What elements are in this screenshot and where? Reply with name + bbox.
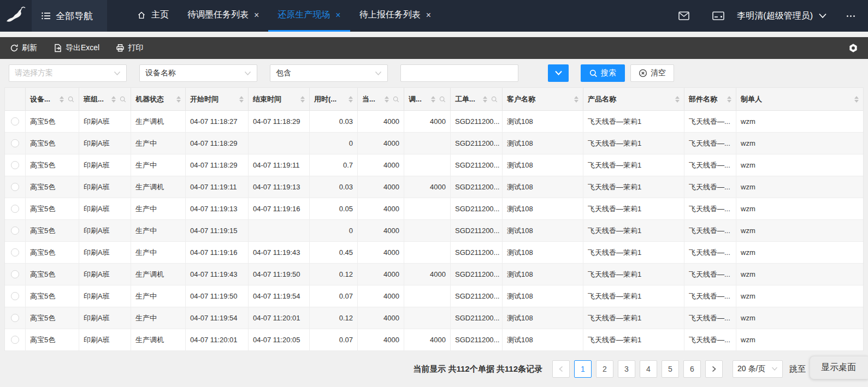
table-row[interactable]: 高宝5色印刷A班生产中04-07 11:19:5004-07 11:19:540…	[5, 285, 863, 307]
sort-icon[interactable]	[60, 96, 64, 103]
tab-home[interactable]: 主页	[128, 0, 178, 32]
header-label: 开始时间	[190, 94, 219, 104]
sort-icon[interactable]	[349, 96, 353, 103]
topbar-right-area: 李明清(超级管理员)	[667, 0, 868, 32]
header-cell-device[interactable]: 设备...	[26, 88, 79, 110]
row-radio[interactable]	[11, 227, 19, 235]
expand-filters-button[interactable]	[548, 64, 569, 82]
header-cell-maker[interactable]: 制单人	[736, 88, 863, 110]
mail-icon[interactable]	[667, 0, 701, 32]
header-label: 设备...	[30, 94, 50, 104]
header-icons	[431, 96, 446, 103]
header-cell-start[interactable]: 开始时间	[186, 88, 249, 110]
page-button-2[interactable]: 2	[596, 360, 613, 378]
page-button-4[interactable]: 4	[640, 360, 657, 378]
header-cell-current[interactable]: 当...	[358, 88, 404, 110]
header-cell-part[interactable]: 部件名称	[684, 88, 736, 110]
message-panel-icon[interactable]	[701, 0, 736, 32]
all-navigation-button[interactable]: 全部导航	[32, 0, 107, 32]
table-row[interactable]: 高宝5色印刷A班生产中04-07 11:18:2904-07 11:19:110…	[5, 154, 863, 176]
row-radio[interactable]	[11, 270, 19, 278]
more-icon[interactable]	[846, 12, 856, 20]
row-radio[interactable]	[11, 314, 19, 322]
table-row[interactable]: 高宝5色印刷A班生产调机04-07 11:19:4304-07 11:19:50…	[5, 264, 863, 285]
column-search-icon[interactable]	[120, 96, 126, 103]
sort-icon[interactable]	[727, 96, 731, 103]
keyword-input[interactable]	[400, 64, 518, 82]
sort-icon[interactable]	[483, 96, 487, 103]
cell-maker: wzm	[736, 285, 863, 307]
user-menu[interactable]: 李明清(超级管理员)	[737, 10, 827, 22]
refresh-button[interactable]: 刷新	[10, 43, 37, 53]
header-icons	[176, 96, 181, 103]
row-radio[interactable]	[11, 117, 19, 126]
tab-pending-ink-tasks[interactable]: 待调墨任务列表 ×	[178, 0, 268, 32]
sort-icon[interactable]	[111, 96, 116, 103]
table-row[interactable]: 高宝5色印刷A班生产中04-07 11:19:1504000SGD211200.…	[5, 220, 863, 242]
header-cell-hours[interactable]: 用时(...	[310, 88, 358, 110]
table-row[interactable]: 高宝5色印刷A班生产中04-07 11:19:5404-07 11:20:010…	[5, 307, 863, 329]
header-cell-adjust[interactable]: 调...	[404, 88, 451, 110]
column-search-icon[interactable]	[439, 96, 446, 103]
tab-close-icon[interactable]: ×	[426, 11, 431, 20]
clear-button[interactable]: 清空	[630, 64, 674, 82]
sort-icon[interactable]	[431, 96, 435, 103]
record-summary: 当前显示 共112个单据 共112条记录	[413, 364, 542, 374]
tab-restore-production-active[interactable]: 还原生产现场 ×	[268, 0, 350, 32]
row-radio[interactable]	[11, 248, 19, 257]
tab-pending-report-tasks[interactable]: 待上报任务列表 ×	[350, 0, 440, 32]
page-size-value: 20 条/页	[737, 364, 771, 374]
sort-icon[interactable]	[385, 96, 389, 103]
page-button-1[interactable]: 1	[574, 360, 592, 378]
search-button[interactable]: 搜索	[581, 64, 625, 82]
cell-team: 印刷A班	[79, 285, 131, 307]
show-desktop-button[interactable]: 显示桌面	[810, 356, 868, 379]
sort-icon[interactable]	[300, 96, 305, 103]
header-cell-team[interactable]: 班组...	[79, 88, 131, 110]
table-row[interactable]: 高宝5色印刷A班生产调机04-07 11:18:2704-07 11:18:29…	[5, 111, 863, 133]
cell-sel	[5, 154, 26, 176]
sort-icon[interactable]	[239, 96, 244, 103]
page-button-3[interactable]: 3	[618, 360, 635, 378]
table-row[interactable]: 高宝5色印刷A班生产中04-07 11:19:1304-07 11:19:160…	[5, 198, 863, 220]
row-radio[interactable]	[11, 139, 19, 147]
header-icons	[239, 96, 244, 103]
row-radio[interactable]	[11, 161, 19, 169]
row-radio[interactable]	[11, 205, 19, 213]
print-button[interactable]: 打印	[116, 43, 143, 53]
page-button-6[interactable]: 6	[683, 360, 701, 378]
sort-icon[interactable]	[854, 96, 859, 103]
table-row[interactable]: 高宝5色印刷A班生产中04-07 11:19:1604-07 11:19:430…	[5, 242, 863, 264]
header-label: 机器状态	[135, 94, 164, 104]
page-size-select[interactable]: 20 条/页	[733, 360, 783, 378]
table-row[interactable]: 高宝5色印刷A班生产中04-07 11:18:2904000SGD211200.…	[5, 133, 863, 154]
column-search-icon[interactable]	[68, 96, 74, 103]
header-cell-customer[interactable]: 客户名称	[503, 88, 583, 110]
column-search-icon[interactable]	[393, 96, 399, 103]
header-cell-order[interactable]: 工单...	[451, 88, 503, 110]
sort-icon[interactable]	[675, 96, 680, 103]
header-cell-end[interactable]: 结束时间	[249, 88, 310, 110]
field-select[interactable]: 设备名称	[139, 64, 257, 82]
row-radio[interactable]	[11, 183, 19, 191]
row-radio[interactable]	[11, 292, 19, 300]
table-row[interactable]: 高宝5色印刷A班生产调机04-07 11:20:0104-07 11:20:05…	[5, 329, 863, 351]
header-icons	[349, 96, 353, 103]
sort-icon[interactable]	[176, 96, 181, 103]
export-excel-button[interactable]: 导出Excel	[54, 43, 99, 53]
cell-customer: 测试108	[503, 307, 583, 329]
page-button-5[interactable]: 5	[662, 360, 679, 378]
tab-close-icon[interactable]: ×	[254, 11, 259, 20]
column-search-icon[interactable]	[491, 96, 498, 103]
table-row[interactable]: 高宝5色印刷A班生产调机04-07 11:19:1104-07 11:19:13…	[5, 176, 863, 198]
settings-gear-icon[interactable]	[848, 43, 858, 53]
sort-icon[interactable]	[574, 96, 578, 103]
operator-select[interactable]: 包含	[270, 64, 388, 82]
header-cell-product[interactable]: 产品名称	[583, 88, 684, 110]
scheme-select[interactable]: 请选择方案	[9, 64, 127, 82]
tab-close-icon[interactable]: ×	[335, 11, 340, 20]
prev-page-button[interactable]	[552, 360, 570, 378]
row-radio[interactable]	[11, 336, 19, 344]
next-page-button[interactable]	[705, 360, 723, 378]
header-cell-status[interactable]: 机器状态	[131, 88, 186, 110]
